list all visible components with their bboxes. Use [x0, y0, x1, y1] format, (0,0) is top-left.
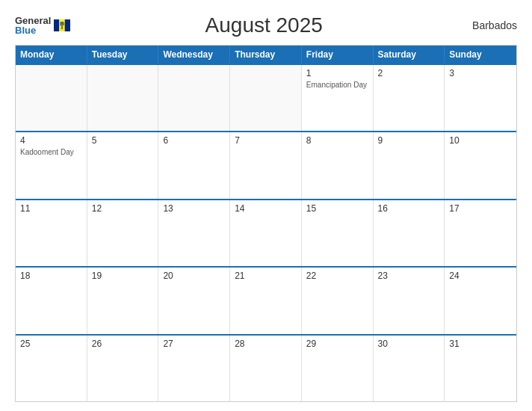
- cal-cell-31: 31: [445, 336, 516, 401]
- cal-cell-11: 11: [16, 200, 87, 266]
- cal-header-cell-monday: Monday: [16, 46, 87, 64]
- cal-header-cell-tuesday: Tuesday: [87, 46, 159, 64]
- cal-cell-20: 20: [158, 268, 230, 333]
- cal-header-cell-wednesday: Wednesday: [158, 46, 230, 64]
- cal-cell-empty: [158, 65, 230, 131]
- calendar: MondayTuesdayWednesdayThursdayFridaySatu…: [15, 45, 517, 402]
- cal-cell-9: 9: [374, 132, 445, 198]
- day-number: 7: [235, 135, 297, 146]
- day-number: 12: [92, 203, 154, 214]
- cal-cell-23: 23: [374, 268, 445, 333]
- cal-week-row-1: 4Kadooment Day5678910: [16, 131, 516, 198]
- day-number: 8: [306, 135, 368, 146]
- day-number: 9: [378, 135, 440, 146]
- cal-cell-14: 14: [230, 200, 302, 266]
- logo-flag-icon: [54, 19, 70, 31]
- day-number: 3: [449, 68, 512, 78]
- day-number: 6: [163, 135, 225, 146]
- day-event: Emancipation Day: [306, 80, 368, 90]
- cal-cell-13: 13: [158, 200, 230, 266]
- svg-rect-0: [54, 19, 59, 31]
- calendar-body: 1Emancipation Day234Kadooment Day5678910…: [16, 64, 516, 401]
- day-number: 18: [20, 271, 82, 281]
- day-number: 28: [235, 339, 297, 349]
- day-number: 30: [378, 339, 440, 349]
- cal-cell-empty: [87, 65, 159, 131]
- day-number: 2: [378, 68, 440, 78]
- day-number: 26: [92, 339, 154, 349]
- day-number: 21: [235, 271, 297, 281]
- cal-cell-26: 26: [87, 336, 159, 401]
- cal-header-cell-sunday: Sunday: [445, 46, 516, 64]
- day-number: 22: [306, 271, 368, 281]
- logo: General Blue: [15, 16, 70, 35]
- cal-cell-24: 24: [445, 268, 516, 333]
- cal-week-row-3: 18192021222324: [16, 266, 516, 333]
- cal-cell-28: 28: [230, 336, 302, 401]
- month-title: August 2025: [70, 13, 457, 37]
- calendar-header: MondayTuesdayWednesdayThursdayFridaySatu…: [16, 46, 516, 64]
- cal-cell-4: 4Kadooment Day: [16, 132, 87, 198]
- day-number: 1: [306, 68, 368, 78]
- cal-cell-2: 2: [374, 65, 445, 131]
- day-number: 15: [306, 203, 368, 214]
- cal-cell-27: 27: [158, 336, 230, 401]
- cal-cell-1: 1Emancipation Day: [302, 65, 374, 131]
- cal-cell-15: 15: [302, 200, 374, 266]
- page: General Blue August 2025 Barbados Monday…: [0, 0, 532, 411]
- day-number: 16: [378, 203, 440, 214]
- cal-week-row-0: 1Emancipation Day23: [16, 64, 516, 131]
- cal-week-row-2: 11121314151617: [16, 199, 516, 266]
- cal-cell-3: 3: [445, 65, 516, 131]
- cal-cell-16: 16: [374, 200, 445, 266]
- day-event: Kadooment Day: [20, 147, 82, 157]
- day-number: 10: [449, 135, 512, 146]
- cal-cell-21: 21: [230, 268, 302, 333]
- cal-cell-19: 19: [87, 268, 159, 333]
- day-number: 4: [20, 135, 82, 146]
- logo-blue-text: Blue: [15, 25, 36, 35]
- day-number: 24: [449, 271, 512, 281]
- day-number: 25: [20, 339, 82, 349]
- cal-header-cell-saturday: Saturday: [374, 46, 445, 64]
- cal-header-cell-thursday: Thursday: [230, 46, 302, 64]
- day-number: 19: [92, 271, 154, 281]
- country-label: Barbados: [457, 19, 517, 31]
- cal-cell-25: 25: [16, 336, 87, 401]
- header: General Blue August 2025 Barbados: [15, 13, 517, 37]
- cal-cell-22: 22: [302, 268, 374, 333]
- day-number: 17: [449, 203, 512, 214]
- day-number: 11: [20, 203, 82, 214]
- svg-rect-2: [65, 19, 70, 31]
- cal-cell-empty: [16, 65, 87, 131]
- cal-cell-6: 6: [158, 132, 230, 198]
- day-number: 13: [163, 203, 225, 214]
- cal-cell-10: 10: [445, 132, 516, 198]
- cal-cell-12: 12: [87, 200, 159, 266]
- cal-cell-empty: [230, 65, 302, 131]
- cal-cell-18: 18: [16, 268, 87, 333]
- day-number: 31: [449, 339, 512, 349]
- cal-cell-5: 5: [87, 132, 159, 198]
- cal-cell-30: 30: [374, 336, 445, 401]
- day-number: 23: [378, 271, 440, 281]
- cal-cell-8: 8: [302, 132, 374, 198]
- day-number: 14: [235, 203, 297, 214]
- day-number: 5: [92, 135, 154, 146]
- cal-cell-29: 29: [302, 336, 374, 401]
- day-number: 27: [163, 339, 225, 349]
- cal-cell-17: 17: [445, 200, 516, 266]
- cal-cell-7: 7: [230, 132, 302, 198]
- cal-header-cell-friday: Friday: [302, 46, 374, 64]
- cal-week-row-4: 25262728293031: [16, 334, 516, 401]
- day-number: 29: [306, 339, 368, 349]
- day-number: 20: [163, 271, 225, 281]
